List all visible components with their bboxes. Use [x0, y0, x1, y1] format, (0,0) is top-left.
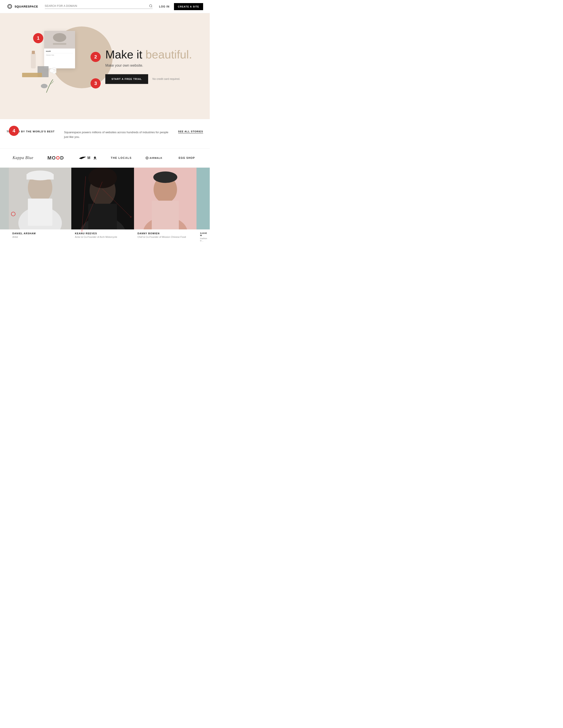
headline-part1: Make it	[105, 48, 145, 61]
person-portrait-2	[71, 168, 134, 229]
person-role-1: Artist	[12, 236, 68, 238]
person-name-1: DANIEL ARSHAM	[12, 232, 68, 235]
brand-kappa-text: Kappa Blue	[13, 156, 34, 160]
login-button[interactable]: LOG IN	[159, 5, 169, 8]
person-info-3: DANNY BOWIEN Chef & Co-Founder of Missio…	[134, 229, 196, 241]
brand-egg-text: EGG SHOP	[179, 156, 195, 159]
hero-content: Make it beautiful. Make your own website…	[105, 48, 192, 84]
brand-airwalk-inner: AIRWALK	[145, 156, 162, 159]
person-portrait-3	[134, 168, 196, 229]
svg-rect-4	[31, 53, 36, 68]
brand-airwalk: AIRWALK	[137, 156, 170, 159]
annotation-4: 4	[9, 126, 19, 136]
person-name-4: SADIE W	[200, 232, 206, 236]
svg-rect-28	[88, 204, 117, 229]
annotation-3: 3	[90, 78, 101, 88]
svg-rect-7	[22, 73, 42, 77]
no-credit-card-text: No credit card required.	[152, 78, 180, 81]
hero-section: HAIR Classic Sea	[0, 13, 210, 119]
svg-point-29	[88, 168, 117, 188]
page-wrapper: SQUARESPACE LOG IN CREATE A SITE	[0, 0, 210, 244]
person-card-partial-left	[0, 168, 9, 244]
hero-headline: Make it beautiful.	[105, 48, 192, 61]
person-card-3[interactable]: DANNY BOWIEN Chef & Co-Founder of Missio…	[134, 168, 196, 244]
person-portrait-1	[9, 168, 71, 229]
hero-subline: Make your own website.	[105, 64, 192, 68]
navbar: SQUARESPACE LOG IN CREATE A SITE	[0, 0, 210, 13]
trusted-description: Squarespace powers millions of websites …	[64, 130, 169, 139]
people-grid: DANIEL ARSHAM Artist K	[0, 168, 210, 244]
person-portrait-4	[196, 168, 210, 229]
svg-point-34	[153, 171, 177, 183]
brand-kappa: Kappa Blue	[7, 156, 39, 160]
brand-locals-text: THE LOCALS	[111, 156, 132, 159]
trusted-section: TRUSTED BY THE WORLD'S BEST Squarespace …	[0, 119, 210, 148]
people-section: DANIEL ARSHAM Artist K	[0, 168, 210, 244]
person-card-1[interactable]: DANIEL ARSHAM Artist	[9, 168, 71, 244]
start-trial-button[interactable]: START A FREE TRIAL	[105, 74, 148, 84]
jordan-jump-icon	[92, 156, 98, 160]
person-img-4	[196, 168, 210, 229]
brand-mood: MOOD	[39, 155, 72, 161]
brand-nike-m: M	[87, 156, 90, 160]
svg-rect-35	[196, 168, 210, 229]
svg-rect-5	[32, 51, 35, 54]
card-image	[44, 31, 75, 49]
create-site-button[interactable]: CREATE A SITE	[174, 3, 203, 10]
logo[interactable]: SQUARESPACE	[7, 4, 38, 10]
annotation-1: 1	[33, 33, 43, 43]
person-info-2: KEANU REEVES Actor & Co-Founder of Arch …	[71, 229, 134, 241]
hero-cta-row: START A FREE TRIAL No credit card requir…	[105, 74, 192, 84]
svg-rect-22	[28, 199, 52, 226]
domain-search	[45, 4, 152, 9]
annotation-small-circle	[11, 212, 15, 216]
trusted-inner: TRUSTED BY THE WORLD'S BEST Squarespace …	[0, 119, 210, 148]
person-name-3: DANNY BOWIEN	[137, 232, 193, 235]
svg-point-8	[41, 84, 47, 88]
brand-egg: EGG SHOP	[170, 156, 203, 159]
svg-point-2	[53, 33, 66, 42]
brand-locals: THE LOCALS	[105, 156, 137, 159]
brands-row: Kappa Blue MOOD M THE L	[0, 148, 210, 168]
person-info-0	[0, 229, 9, 235]
nike-swoosh-icon	[79, 156, 86, 160]
brand-airwalk-text: AIRWALK	[149, 157, 162, 159]
nav-actions: LOG IN CREATE A SITE	[159, 3, 203, 10]
person-card-2[interactable]: KEANU REEVES Actor & Co-Founder of Arch …	[71, 168, 134, 244]
hero-objects	[18, 49, 62, 104]
svg-rect-24	[26, 174, 54, 180]
person-role-2: Actor & Co-Founder of Arch Motorcycle	[75, 236, 130, 238]
svg-point-12	[94, 156, 96, 158]
svg-rect-3	[53, 43, 66, 45]
person-img-3	[134, 168, 196, 229]
svg-point-0	[149, 5, 152, 7]
person-role-4: Fashion D…	[200, 237, 206, 242]
person-card-partial-right: SADIE W Fashion D…	[196, 168, 210, 244]
brand-mood-text: MOOD	[47, 155, 64, 161]
person-img-2	[71, 168, 134, 229]
search-icon	[149, 4, 152, 8]
annotation-2: 2	[90, 52, 101, 62]
svg-rect-33	[152, 201, 179, 229]
person-info-1: DANIEL ARSHAM Artist	[9, 229, 71, 241]
search-input[interactable]	[45, 4, 149, 8]
brand-nike: M	[72, 156, 105, 160]
svg-marker-11	[50, 68, 54, 73]
logo-text: SQUARESPACE	[15, 5, 38, 8]
see-all-stories-link[interactable]: SEE ALL STORIES	[178, 130, 203, 133]
person-img-1	[9, 168, 71, 229]
headline-beautiful: beautiful.	[145, 48, 192, 61]
brand-nike-inner: M	[79, 156, 98, 160]
person-name-2: KEANU REEVES	[75, 232, 130, 235]
person-role-3: Chef & Co-Founder of Mission Chinese Foo…	[137, 236, 193, 238]
person-info-4: SADIE W Fashion D…	[196, 229, 210, 244]
svg-line-15	[95, 158, 96, 159]
person-img-0	[0, 168, 9, 229]
hero-visual: HAIR Classic Sea	[0, 13, 110, 119]
airwalk-icon	[145, 156, 148, 159]
